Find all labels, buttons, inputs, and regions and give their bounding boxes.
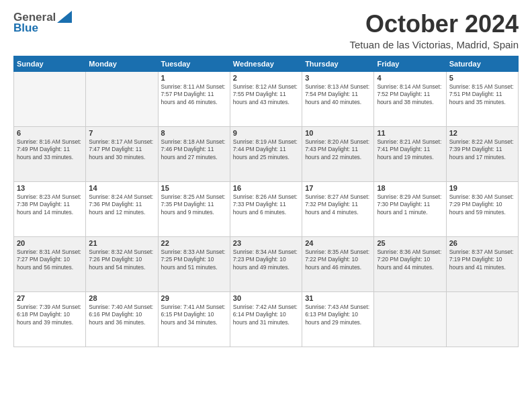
calendar-table: SundayMondayTuesdayWednesdayThursdayFrid… bbox=[13, 56, 519, 347]
weekday-header-saturday: Saturday bbox=[446, 56, 518, 71]
calendar-day-cell: 20Sunrise: 8:31 AM Sunset: 7:27 PM Dayli… bbox=[14, 236, 86, 291]
day-number: 11 bbox=[377, 129, 443, 137]
day-number: 9 bbox=[233, 129, 299, 137]
calendar-day-cell: 9Sunrise: 8:19 AM Sunset: 7:44 PM Daylig… bbox=[230, 126, 302, 181]
day-number: 31 bbox=[305, 294, 371, 302]
svg-marker-0 bbox=[57, 11, 72, 23]
calendar-week-row: 6Sunrise: 8:16 AM Sunset: 7:49 PM Daylig… bbox=[14, 126, 519, 181]
logo-blue: Blue bbox=[13, 21, 38, 35]
calendar-day-cell: 7Sunrise: 8:17 AM Sunset: 7:47 PM Daylig… bbox=[86, 126, 158, 181]
day-number: 10 bbox=[305, 129, 371, 137]
calendar-day-cell: 21Sunrise: 8:32 AM Sunset: 7:26 PM Dayli… bbox=[86, 236, 158, 291]
day-detail: Sunrise: 7:40 AM Sunset: 6:16 PM Dayligh… bbox=[89, 304, 154, 328]
day-number: 12 bbox=[449, 129, 515, 137]
day-detail: Sunrise: 8:29 AM Sunset: 7:30 PM Dayligh… bbox=[377, 193, 443, 218]
day-detail: Sunrise: 8:31 AM Sunset: 7:27 PM Dayligh… bbox=[17, 248, 83, 273]
location: Tetuan de las Victorias, Madrid, Spain bbox=[349, 39, 519, 50]
day-detail: Sunrise: 8:20 AM Sunset: 7:43 PM Dayligh… bbox=[305, 138, 371, 163]
day-number: 15 bbox=[161, 184, 227, 192]
day-detail: Sunrise: 8:21 AM Sunset: 7:41 PM Dayligh… bbox=[377, 138, 443, 163]
day-detail: Sunrise: 7:41 AM Sunset: 6:15 PM Dayligh… bbox=[161, 304, 227, 328]
day-number: 17 bbox=[305, 184, 371, 192]
day-number: 2 bbox=[233, 74, 299, 82]
day-number: 20 bbox=[17, 239, 83, 247]
day-number: 16 bbox=[233, 184, 299, 192]
day-number: 27 bbox=[17, 294, 83, 302]
day-number: 13 bbox=[17, 184, 83, 192]
day-detail: Sunrise: 8:36 AM Sunset: 7:20 PM Dayligh… bbox=[377, 248, 443, 273]
calendar-week-row: 27Sunrise: 7:39 AM Sunset: 6:18 PM Dayli… bbox=[14, 291, 519, 347]
calendar-day-cell: 25Sunrise: 8:36 AM Sunset: 7:20 PM Dayli… bbox=[374, 236, 446, 291]
calendar-day-cell: 4Sunrise: 8:14 AM Sunset: 7:52 PM Daylig… bbox=[374, 71, 446, 126]
day-number: 19 bbox=[449, 184, 515, 192]
day-number: 6 bbox=[17, 129, 83, 137]
day-detail: Sunrise: 8:13 AM Sunset: 7:54 PM Dayligh… bbox=[305, 83, 371, 107]
calendar-day-cell bbox=[374, 291, 446, 347]
day-detail: Sunrise: 8:22 AM Sunset: 7:39 PM Dayligh… bbox=[449, 138, 515, 163]
day-number: 4 bbox=[377, 74, 443, 82]
day-detail: Sunrise: 8:27 AM Sunset: 7:32 PM Dayligh… bbox=[305, 193, 371, 218]
calendar-day-cell: 10Sunrise: 8:20 AM Sunset: 7:43 PM Dayli… bbox=[302, 126, 374, 181]
calendar-day-cell: 31Sunrise: 7:43 AM Sunset: 6:13 PM Dayli… bbox=[302, 291, 374, 347]
calendar-day-cell: 15Sunrise: 8:25 AM Sunset: 7:35 PM Dayli… bbox=[158, 181, 230, 236]
weekday-header-wednesday: Wednesday bbox=[230, 56, 302, 71]
month-title: October 2024 bbox=[349, 11, 519, 38]
calendar-day-cell: 24Sunrise: 8:35 AM Sunset: 7:22 PM Dayli… bbox=[302, 236, 374, 291]
calendar-day-cell: 2Sunrise: 8:12 AM Sunset: 7:55 PM Daylig… bbox=[230, 71, 302, 126]
day-detail: Sunrise: 8:15 AM Sunset: 7:51 PM Dayligh… bbox=[449, 83, 515, 107]
calendar-day-cell: 16Sunrise: 8:26 AM Sunset: 7:33 PM Dayli… bbox=[230, 181, 302, 236]
day-number: 14 bbox=[89, 184, 154, 192]
day-number: 24 bbox=[305, 239, 371, 247]
day-number: 25 bbox=[377, 239, 443, 247]
logo-arrow-icon bbox=[57, 11, 72, 23]
weekday-header-friday: Friday bbox=[374, 56, 446, 71]
weekday-header-tuesday: Tuesday bbox=[158, 56, 230, 71]
day-number: 23 bbox=[233, 239, 299, 247]
weekday-header-row: SundayMondayTuesdayWednesdayThursdayFrid… bbox=[14, 56, 519, 71]
calendar-week-row: 13Sunrise: 8:23 AM Sunset: 7:38 PM Dayli… bbox=[14, 181, 519, 236]
day-detail: Sunrise: 8:19 AM Sunset: 7:44 PM Dayligh… bbox=[233, 138, 299, 163]
calendar-day-cell: 27Sunrise: 7:39 AM Sunset: 6:18 PM Dayli… bbox=[14, 291, 86, 347]
day-detail: Sunrise: 8:16 AM Sunset: 7:49 PM Dayligh… bbox=[17, 138, 83, 163]
day-detail: Sunrise: 7:39 AM Sunset: 6:18 PM Dayligh… bbox=[17, 304, 83, 328]
day-detail: Sunrise: 8:17 AM Sunset: 7:47 PM Dayligh… bbox=[89, 138, 154, 163]
day-number: 22 bbox=[161, 239, 227, 247]
calendar-week-row: 1Sunrise: 8:11 AM Sunset: 7:57 PM Daylig… bbox=[14, 71, 519, 126]
day-number: 21 bbox=[89, 239, 154, 247]
day-detail: Sunrise: 8:25 AM Sunset: 7:35 PM Dayligh… bbox=[161, 193, 227, 218]
calendar-day-cell: 18Sunrise: 8:29 AM Sunset: 7:30 PM Dayli… bbox=[374, 181, 446, 236]
calendar-day-cell bbox=[86, 71, 158, 126]
calendar-day-cell: 26Sunrise: 8:37 AM Sunset: 7:19 PM Dayli… bbox=[446, 236, 518, 291]
logo: General Blue bbox=[13, 11, 72, 35]
calendar-day-cell: 11Sunrise: 8:21 AM Sunset: 7:41 PM Dayli… bbox=[374, 126, 446, 181]
day-detail: Sunrise: 8:11 AM Sunset: 7:57 PM Dayligh… bbox=[161, 83, 227, 107]
calendar-day-cell: 12Sunrise: 8:22 AM Sunset: 7:39 PM Dayli… bbox=[446, 126, 518, 181]
title-section: October 2024 Tetuan de las Victorias, Ma… bbox=[349, 11, 519, 50]
weekday-header-sunday: Sunday bbox=[14, 56, 86, 71]
day-detail: Sunrise: 7:43 AM Sunset: 6:13 PM Dayligh… bbox=[305, 304, 371, 328]
calendar-day-cell bbox=[446, 291, 518, 347]
day-detail: Sunrise: 8:24 AM Sunset: 7:36 PM Dayligh… bbox=[89, 193, 154, 218]
calendar-day-cell bbox=[14, 71, 86, 126]
day-number: 1 bbox=[161, 74, 227, 82]
day-detail: Sunrise: 8:26 AM Sunset: 7:33 PM Dayligh… bbox=[233, 193, 299, 218]
calendar-day-cell: 19Sunrise: 8:30 AM Sunset: 7:29 PM Dayli… bbox=[446, 181, 518, 236]
weekday-header-thursday: Thursday bbox=[302, 56, 374, 71]
day-detail: Sunrise: 8:33 AM Sunset: 7:25 PM Dayligh… bbox=[161, 248, 227, 273]
day-number: 26 bbox=[449, 239, 515, 247]
day-detail: Sunrise: 8:23 AM Sunset: 7:38 PM Dayligh… bbox=[17, 193, 83, 218]
page-header: General Blue October 2024 Tetuan de las … bbox=[13, 11, 519, 50]
calendar-day-cell: 1Sunrise: 8:11 AM Sunset: 7:57 PM Daylig… bbox=[158, 71, 230, 126]
day-detail: Sunrise: 8:18 AM Sunset: 7:46 PM Dayligh… bbox=[161, 138, 227, 163]
calendar-day-cell: 17Sunrise: 8:27 AM Sunset: 7:32 PM Dayli… bbox=[302, 181, 374, 236]
day-number: 5 bbox=[449, 74, 515, 82]
day-number: 8 bbox=[161, 129, 227, 137]
calendar-day-cell: 6Sunrise: 8:16 AM Sunset: 7:49 PM Daylig… bbox=[14, 126, 86, 181]
day-detail: Sunrise: 8:37 AM Sunset: 7:19 PM Dayligh… bbox=[449, 248, 515, 273]
calendar-day-cell: 14Sunrise: 8:24 AM Sunset: 7:36 PM Dayli… bbox=[86, 181, 158, 236]
calendar-day-cell: 3Sunrise: 8:13 AM Sunset: 7:54 PM Daylig… bbox=[302, 71, 374, 126]
day-number: 18 bbox=[377, 184, 443, 192]
calendar-day-cell: 30Sunrise: 7:42 AM Sunset: 6:14 PM Dayli… bbox=[230, 291, 302, 347]
calendar-day-cell: 29Sunrise: 7:41 AM Sunset: 6:15 PM Dayli… bbox=[158, 291, 230, 347]
calendar-day-cell: 22Sunrise: 8:33 AM Sunset: 7:25 PM Dayli… bbox=[158, 236, 230, 291]
